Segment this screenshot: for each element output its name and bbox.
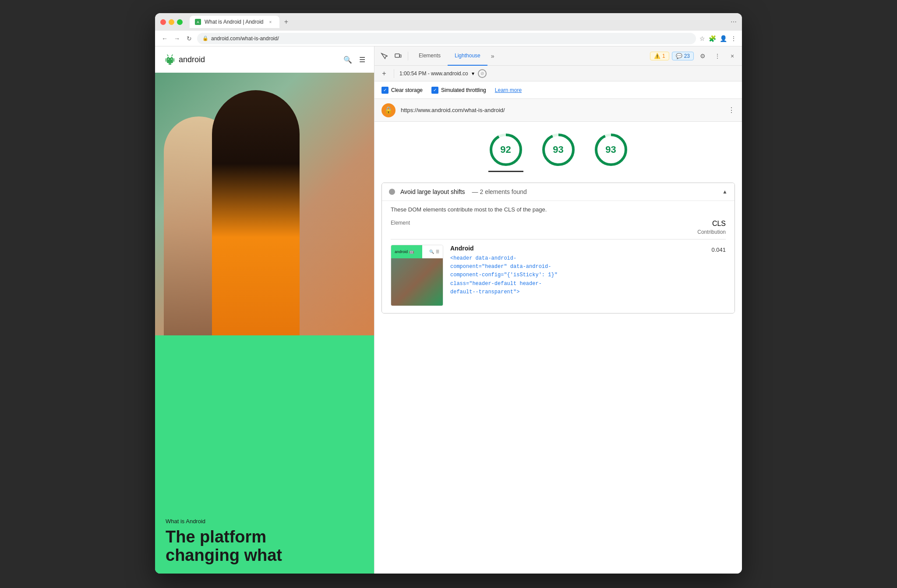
device-toolbar-button[interactable]	[392, 50, 404, 62]
new-tab-button[interactable]: +	[281, 17, 292, 27]
learn-more-link[interactable]: Learn more	[495, 87, 522, 93]
svg-point-7	[171, 59, 172, 60]
svg-rect-8	[395, 54, 399, 57]
checkbox-checked-icon-2: ✓	[431, 87, 438, 94]
refresh-button[interactable]: ↻	[185, 34, 194, 43]
tab-elements[interactable]: Elements	[412, 46, 448, 66]
window-controls-icon: ⋯	[731, 18, 737, 25]
devtools-settings-button[interactable]: ⚙	[696, 50, 709, 62]
address-text: android.com/what-is-android/	[211, 35, 279, 42]
tab-lighthouse[interactable]: Lighthouse	[448, 46, 487, 66]
add-session-button[interactable]: +	[380, 69, 388, 78]
close-traffic-light[interactable]	[160, 19, 166, 25]
thumbnail-logo: android 🤖	[395, 250, 414, 254]
code-line-4: class="header-default header-	[450, 281, 542, 287]
comment-icon: 💬	[676, 53, 682, 59]
clear-storage-checkbox[interactable]: ✓ Clear storage	[381, 87, 423, 94]
audit-description-text: These DOM elements contribute most to th…	[391, 206, 726, 213]
tab-favicon: A	[195, 19, 201, 25]
accessibility-score: 93	[541, 132, 576, 172]
person-icon[interactable]: 👤	[720, 35, 727, 42]
devtools-close-button[interactable]: ×	[726, 50, 738, 62]
audit-table-header: Element CLS Contribution	[391, 220, 726, 239]
info-badge[interactable]: 💬 23	[672, 52, 694, 60]
performance-score: 92	[488, 132, 523, 172]
active-tab[interactable]: A What is Android | Android ×	[190, 16, 279, 28]
warning-badge[interactable]: ⚠️ 1	[650, 52, 669, 60]
code-line-5: default--transparent">	[450, 289, 519, 295]
element-code-snippet: <header data-android- component="header"…	[450, 254, 704, 296]
more-tabs-button[interactable]: »	[487, 53, 498, 60]
svg-rect-9	[400, 55, 401, 57]
browser-window: A What is Android | Android × + ⋯ ← → ↻ …	[155, 13, 742, 574]
dropdown-chevron-icon[interactable]: ▾	[472, 70, 474, 77]
toolbar-right-icons: ☆ 🧩 👤 ⋮	[699, 35, 737, 42]
hero-headline-line1: The platform	[166, 528, 266, 546]
element-name-title: Android	[450, 245, 704, 252]
cls-label: CLS	[712, 220, 726, 227]
tab-title: What is Android | Android	[205, 19, 264, 25]
cls-column-header: CLS Contribution	[697, 220, 726, 236]
forward-button[interactable]: →	[173, 34, 181, 43]
lighthouse-panel-content[interactable]: 92 93	[374, 122, 742, 574]
devtools-right-icons: ⚠️ 1 💬 23 ⚙ ⋮ ×	[650, 50, 738, 62]
element-cls-score: 0.041	[711, 245, 726, 253]
android-logo: android	[164, 53, 205, 66]
code-line-2: component="header" data-android-	[450, 264, 551, 270]
toolbar-divider	[408, 52, 408, 60]
audit-layout-shifts: Avoid large layout shifts — 2 elements f…	[381, 183, 735, 313]
inspect-element-button[interactable]	[378, 50, 390, 62]
audit-status-dot	[389, 189, 395, 195]
website-header: android 🔍 ☰	[155, 46, 374, 73]
element-column-header: Element	[391, 220, 410, 236]
contribution-label: Contribution	[697, 229, 726, 235]
audit-subtitle-text: — 2 elements found	[472, 188, 527, 195]
vertical-dots-icon: ⋮	[714, 53, 720, 60]
tab-close-button[interactable]: ×	[267, 18, 274, 25]
more-options-icon[interactable]: ⋮	[731, 35, 737, 42]
performance-score-ring: 92	[488, 132, 523, 167]
extensions-icon[interactable]: 🧩	[709, 35, 716, 42]
code-line-1: <header data-android-	[450, 255, 516, 261]
star-icon[interactable]: ☆	[699, 35, 705, 42]
audit-item-header[interactable]: Avoid large layout shifts — 2 elements f…	[382, 183, 735, 201]
audit-section: Avoid large layout shifts — 2 elements f…	[374, 179, 742, 317]
minimize-traffic-light[interactable]	[169, 19, 174, 25]
menu-icon[interactable]: ☰	[359, 56, 365, 64]
maximize-traffic-light[interactable]	[177, 19, 183, 25]
search-icon[interactable]: 🔍	[343, 56, 352, 64]
gear-icon: ⚙	[700, 53, 706, 60]
warning-count: 1	[662, 53, 665, 59]
lighthouse-scores: 92 93	[374, 122, 742, 179]
simulated-throttling-label: Simulated throttling	[441, 87, 486, 93]
address-input[interactable]: 🔒 android.com/what-is-android/	[197, 33, 696, 44]
lighthouse-url-row: 🔒 https://www.android.com/what-is-androi…	[374, 99, 742, 122]
lighthouse-url-icon: 🔒	[381, 103, 396, 117]
devtools-more-button[interactable]: ⋮	[711, 50, 724, 62]
checkbox-checked-icon: ✓	[381, 87, 388, 94]
back-button[interactable]: ←	[160, 34, 169, 43]
website-header-icons: 🔍 ☰	[343, 56, 365, 64]
simulated-throttling-checkbox[interactable]: ✓ Simulated throttling	[431, 87, 486, 94]
url-more-options-button[interactable]: ⋮	[728, 106, 735, 114]
audit-collapse-icon[interactable]: ▲	[722, 189, 727, 195]
hero-photo	[155, 73, 374, 335]
title-bar: A What is Android | Android × + ⋯	[155, 13, 742, 31]
content-area: android 🔍 ☰ What is Android The plat	[155, 46, 742, 574]
thumbnail-search-icon: 🔍	[429, 250, 434, 254]
address-bar: ← → ↻ 🔒 android.com/what-is-android/ ☆ 🧩…	[155, 31, 742, 46]
svg-point-1	[171, 57, 173, 59]
audit-title-text: Avoid large layout shifts	[400, 188, 465, 195]
thumbnail-icons: 🔍 ☰	[429, 250, 439, 254]
lighthouse-subtoolbar: + 1:00:54 PM - www.android.co ▾ ⊘	[374, 66, 742, 81]
website-text-block: What is Android The platform changing wh…	[155, 509, 374, 574]
lighthouse-url-text: https://www.android.com/what-is-android/	[401, 107, 723, 113]
block-requests-button[interactable]: ⊘	[478, 69, 487, 78]
page-breadcrumb: What is Android	[166, 518, 364, 525]
timestamp-display: 1:00:54 PM - www.android.co	[399, 70, 468, 77]
hero-image	[155, 73, 374, 335]
devtools-toolbar: Elements Lighthouse » ⚠️ 1 💬 23	[374, 46, 742, 66]
element-thumbnail: android 🤖 🔍 ☰	[391, 245, 443, 306]
person-silhouette-2	[212, 90, 300, 335]
info-count: 23	[684, 53, 690, 59]
